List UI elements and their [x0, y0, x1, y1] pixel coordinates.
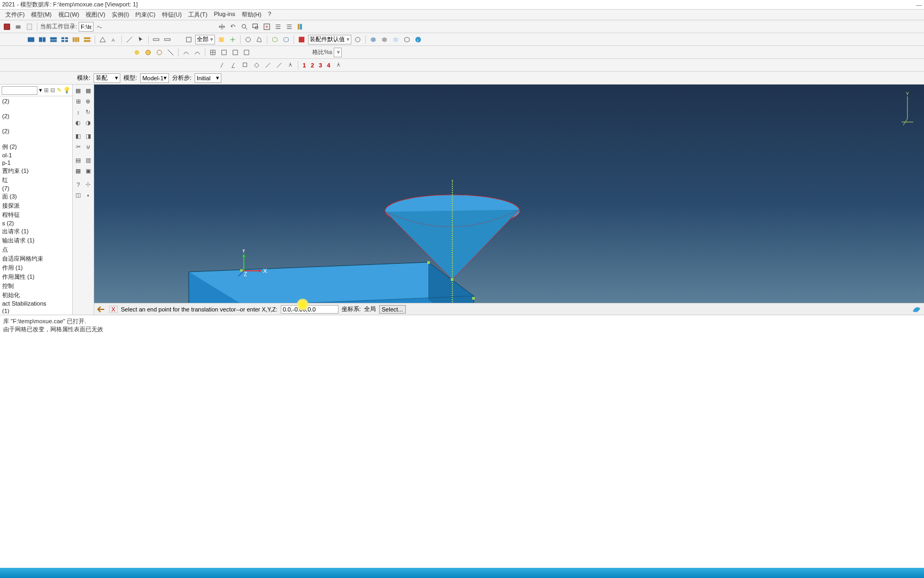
tree-node[interactable]: p-1 — [1, 159, 71, 166]
color-1[interactable]: 1 — [301, 62, 307, 69]
tree-expand-icon[interactable]: ⊞ — [44, 87, 49, 94]
curve1-icon[interactable] — [181, 48, 191, 57]
filter-select[interactable]: 全部▾ — [195, 35, 215, 44]
measure-icon[interactable] — [125, 35, 134, 44]
q4-icon[interactable] — [252, 60, 261, 70]
palette-translate-icon[interactable]: ↕ — [74, 108, 83, 117]
fit-icon[interactable] — [262, 22, 272, 32]
prompt-value-input[interactable] — [281, 305, 338, 314]
colormode-icon[interactable] — [296, 22, 305, 32]
tree-node[interactable]: (2) — [1, 97, 71, 105]
vp3-icon[interactable] — [49, 35, 58, 44]
tree-node[interactable]: 输出请求 (1) — [1, 236, 71, 245]
filter-all-icon[interactable] — [184, 35, 194, 44]
palette-node-icon[interactable]: ▣ — [84, 166, 93, 176]
palette-geom-icon[interactable]: ▥ — [84, 156, 93, 165]
menu-model[interactable]: 模型(M) — [28, 10, 55, 20]
tree-node[interactable]: act Stabilizations — [1, 300, 71, 307]
palette-radial-icon[interactable]: ⊕ — [84, 97, 93, 106]
render4-icon[interactable] — [402, 35, 412, 44]
color-4[interactable]: 4 — [325, 62, 332, 69]
palette-instance-icon[interactable]: ▦ — [74, 86, 83, 95]
grid4-icon[interactable] — [242, 48, 251, 57]
light-icon[interactable] — [353, 35, 363, 44]
grid-icon[interactable] — [208, 48, 218, 57]
tree-node[interactable]: (2) — [1, 127, 71, 135]
circle-sel-icon[interactable] — [243, 35, 253, 44]
shade3-icon[interactable] — [155, 48, 164, 57]
rotate-icon[interactable] — [228, 22, 238, 32]
poly-sel-icon[interactable] — [255, 35, 264, 44]
tree-node[interactable]: 接探派 — [1, 201, 71, 210]
tree-node[interactable]: 出请求 (1) — [1, 227, 71, 236]
tree-node[interactable]: 自适应网格约束 — [1, 254, 71, 263]
pan-icon[interactable] — [217, 22, 227, 32]
model-select[interactable]: Model-1▾ — [140, 73, 169, 83]
palette-cut-icon[interactable]: ✂ — [74, 142, 83, 151]
tree-node[interactable]: ol-1 — [1, 151, 71, 159]
vp2-icon[interactable] — [37, 35, 47, 44]
tree-node[interactable]: 作用属性 (1) — [1, 272, 71, 282]
menu-instance[interactable]: 实例(I) — [109, 10, 132, 20]
tree-node[interactable]: 点 — [1, 245, 71, 254]
new-icon[interactable] — [25, 22, 34, 32]
palette-csys-icon[interactable]: ⊹ — [84, 180, 93, 189]
palette-edge-icon[interactable]: ◨ — [84, 132, 93, 141]
step-select[interactable]: Initial▾ — [195, 73, 221, 83]
q5-icon[interactable] — [263, 60, 273, 70]
grid3-icon[interactable] — [230, 48, 240, 57]
menu-file[interactable]: 文件(F) — [2, 10, 28, 20]
menu-feature[interactable]: 特征(U) — [159, 10, 185, 20]
palette-face-icon[interactable]: ◧ — [74, 132, 83, 141]
select-rect-icon[interactable] — [217, 35, 226, 44]
layers-icon[interactable] — [284, 22, 294, 32]
tree-node[interactable]: (1) — [1, 307, 71, 314]
tree-node[interactable] — [1, 120, 71, 127]
shade4-icon[interactable] — [166, 48, 175, 57]
view-cube[interactable]: Y — [900, 90, 914, 127]
tree-node[interactable] — [1, 105, 71, 112]
shade2-icon[interactable] — [143, 48, 153, 57]
browse-dir-icon[interactable] — [95, 22, 105, 32]
render3-icon[interactable] — [391, 35, 401, 44]
grid-percent-select[interactable]: ▾ — [334, 48, 342, 57]
message-area[interactable]: 库 "F:\temp\moxue.cae" 已打开. 由于网格已改变，网格属性表… — [0, 315, 924, 465]
vp1-icon[interactable] — [26, 35, 36, 44]
palette-replace-icon[interactable]: ◐ — [74, 118, 83, 127]
palette-datum-icon[interactable]: ◫ — [74, 191, 83, 200]
palette-join-icon[interactable]: ⊎ — [84, 142, 93, 151]
viewport[interactable]: X Y Z Y — [94, 85, 924, 303]
tree-filter-input[interactable] — [2, 86, 37, 95]
tree-node[interactable]: 初始化 — [1, 291, 71, 300]
menu-view[interactable]: 视图(V) — [82, 10, 109, 20]
color-2[interactable]: 2 — [309, 62, 315, 69]
tree-node[interactable]: 程特征 — [1, 210, 71, 219]
annotation-icon[interactable]: A — [109, 35, 119, 44]
menu-constraint[interactable]: 约束(C) — [132, 10, 158, 20]
module-select[interactable]: 装配▾ — [94, 73, 120, 83]
grid2-icon[interactable] — [219, 48, 229, 57]
tree-list[interactable]: (2) (2) (2) 例 (2)ol-1p-1置约束 (1)红(7)面 (3)… — [0, 96, 72, 314]
palette-grid-icon[interactable]: ▦ — [84, 86, 93, 95]
tree-node[interactable]: 置约束 (1) — [1, 166, 71, 176]
info-icon[interactable]: i — [413, 35, 423, 44]
taskbar[interactable] — [0, 568, 924, 578]
menu-help[interactable]: 帮助(H) — [238, 10, 265, 20]
tree-filter-dd-icon[interactable]: ▾ — [39, 87, 42, 94]
coord-select-button[interactable]: Select... — [379, 305, 406, 314]
tree-tip-icon[interactable]: ✎ — [57, 87, 61, 94]
palette-point-icon[interactable]: • — [84, 191, 93, 200]
vp5-icon[interactable] — [71, 35, 81, 44]
datum2-icon[interactable] — [163, 35, 172, 44]
q3-icon[interactable] — [241, 60, 250, 70]
menu-viewport[interactable]: 视口(W) — [55, 10, 83, 20]
color-3[interactable]: 3 — [317, 62, 324, 69]
shade1-icon[interactable] — [132, 48, 142, 57]
curve2-icon[interactable] — [192, 48, 202, 57]
minimize-button[interactable]: — — [916, 2, 922, 8]
prompt-cancel-button[interactable]: X — [109, 306, 118, 313]
menu-plugins[interactable]: Plug-ins — [211, 10, 238, 20]
palette-mesh-icon[interactable]: ▦ — [74, 166, 83, 176]
q7-icon[interactable] — [286, 60, 295, 70]
datum-icon[interactable] — [151, 35, 161, 44]
